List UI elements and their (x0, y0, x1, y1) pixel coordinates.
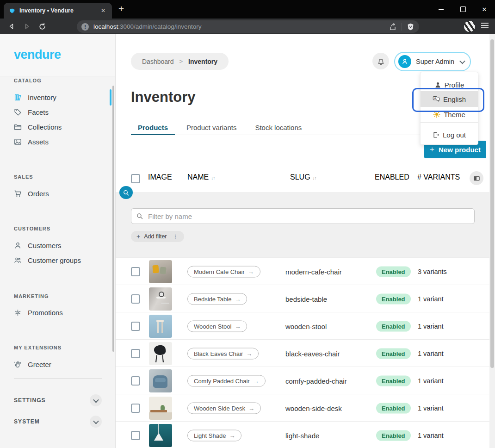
filter-options-icon[interactable]: ⋮ (171, 233, 179, 240)
window-close-button[interactable]: ✕ (474, 0, 495, 19)
add-filter-button[interactable]: + Add filter ⋮ (131, 231, 184, 242)
product-slug: wooden-side-desk (285, 404, 342, 412)
row-checkbox[interactable] (131, 322, 140, 331)
variant-count: 3 variants (418, 268, 447, 275)
breadcrumb-dashboard[interactable]: Dashboard (142, 58, 174, 65)
sidebar-item-customers[interactable]: Customers (10, 238, 105, 252)
address-bar[interactable]: ! localhost:3000/admin/catalog/inventory (77, 20, 419, 33)
table-row: Bedside Table→ bedside-table Enabled 1 v… (116, 285, 489, 312)
browser-menu-icon[interactable] (481, 23, 489, 29)
select-all-checkbox[interactable] (131, 174, 140, 183)
product-thumbnail[interactable] (149, 369, 172, 392)
status-badge: Enabled (376, 430, 411, 441)
row-checkbox[interactable] (131, 404, 140, 413)
breadcrumb-inventory[interactable]: Inventory (188, 58, 217, 65)
new-tab-button[interactable]: + (118, 4, 124, 13)
user-menu-button[interactable]: Super Admin (394, 52, 471, 71)
user-avatar (398, 55, 411, 68)
product-name-chip[interactable]: Wooden Side Desk→ (187, 402, 261, 414)
product-name-chip[interactable]: Light Shade→ (187, 429, 241, 441)
product-thumbnail[interactable] (149, 424, 172, 447)
section-catalog: CATALOG (14, 77, 42, 84)
sidebar-group-settings[interactable]: SETTINGS (14, 394, 102, 407)
column-header-slug[interactable]: SLUG↓↑ (290, 173, 316, 181)
section-my-extensions: MY EXTENSIONS (14, 344, 62, 351)
arrow-right-icon: → (248, 404, 254, 411)
arrow-right-icon: → (235, 323, 241, 330)
system-expand-button[interactable] (90, 416, 102, 428)
product-thumbnail[interactable] (149, 397, 172, 420)
product-name-chip[interactable]: Bedside Table→ (187, 293, 247, 305)
variant-count: 1 variant (418, 295, 444, 303)
row-checkbox[interactable] (131, 431, 140, 440)
status-badge: Enabled (376, 348, 411, 359)
window-minimize-button[interactable] (430, 0, 452, 19)
tab-stock-locations[interactable]: Stock locations (248, 120, 309, 135)
site-info-icon[interactable]: ! (81, 23, 89, 31)
column-header-name[interactable]: NAME↓↑ (187, 173, 215, 181)
tab-close-icon[interactable]: ✕ (99, 6, 107, 15)
row-checkbox[interactable] (131, 349, 140, 358)
product-name-chip[interactable]: Modern Cafe Chair→ (187, 266, 260, 277)
product-name: Comfy Padded Chair (194, 377, 250, 384)
settings-expand-button[interactable] (90, 394, 102, 406)
row-checkbox[interactable] (131, 267, 140, 276)
sidebar-item-label: Inventory (28, 93, 56, 101)
sidebar-item-greeter[interactable]: Greeter (10, 357, 105, 371)
sidebar-item-label: Facets (28, 108, 49, 116)
menu-item-language[interactable]: A English (421, 91, 478, 107)
product-thumbnail[interactable] (149, 260, 172, 283)
filter-by-name-input[interactable] (147, 212, 470, 221)
sidebar-item-assets[interactable]: Assets (10, 135, 105, 149)
product-name: Bedside Table (194, 295, 231, 302)
vendure-logo[interactable]: vendure (14, 48, 61, 62)
product-name: Wooden Side Desk (194, 404, 245, 411)
variant-count: 1 variant (418, 377, 444, 385)
tab-title: Inventory • Vendure (19, 7, 99, 14)
sidebar-item-label: Collections (28, 123, 62, 131)
tab-product-variants[interactable]: Product variants (179, 120, 243, 135)
product-name-chip[interactable]: Black Eaves Chair→ (187, 348, 259, 359)
filter-input-wrapper (131, 208, 475, 224)
product-thumbnail[interactable] (149, 287, 172, 311)
window-maximize-button[interactable] (452, 0, 474, 19)
variant-count: 1 variant (418, 350, 444, 357)
page-scrollbar-thumb[interactable] (490, 39, 494, 368)
back-button[interactable] (6, 20, 18, 32)
sidebar-item-customer-groups[interactable]: Customer groups (10, 253, 105, 267)
column-settings-button[interactable] (470, 171, 483, 185)
brave-shields-icon[interactable] (407, 23, 415, 31)
menu-item-theme[interactable]: Theme (421, 107, 478, 121)
product-thumbnail[interactable] (149, 342, 172, 365)
sidebar-item-facets[interactable]: Facets (10, 105, 105, 119)
breadcrumb-separator: > (179, 58, 183, 65)
share-icon[interactable] (389, 23, 397, 31)
arrow-right-icon: → (229, 432, 235, 439)
sidebar-scrollbar[interactable] (112, 86, 114, 352)
search-toggle-button[interactable] (119, 186, 133, 199)
sort-icon[interactable]: ↓↑ (313, 175, 316, 180)
row-checkbox[interactable] (131, 294, 140, 304)
browser-profile-avatar[interactable] (464, 21, 475, 32)
row-checkbox[interactable] (131, 376, 140, 386)
sidebar-item-inventory[interactable]: Inventory (10, 90, 105, 104)
status-badge: Enabled (376, 266, 411, 277)
sort-icon[interactable]: ↓↑ (211, 175, 215, 180)
sidebar-group-system[interactable]: SYSTEM (14, 415, 102, 428)
product-thumbnail[interactable] (149, 315, 172, 338)
menu-item-profile[interactable]: Profile (421, 78, 478, 92)
product-name-chip[interactable]: Wooden Stool→ (187, 320, 247, 332)
tab-products[interactable]: Products (131, 120, 175, 135)
notifications-button[interactable] (372, 53, 389, 69)
menu-item-logout[interactable]: Log out (421, 128, 478, 142)
sidebar-item-orders[interactable]: Orders (10, 187, 105, 200)
user-dropdown-menu: Profile A English Theme (420, 72, 478, 145)
product-name-chip[interactable]: Comfy Padded Chair→ (187, 375, 266, 386)
status-badge: Enabled (376, 375, 411, 386)
forward-button[interactable] (21, 20, 33, 32)
sidebar-item-promotions[interactable]: Promotions (10, 305, 105, 319)
menu-label: Profile (445, 81, 464, 89)
browser-tab[interactable]: Inventory • Vendure ✕ (4, 3, 112, 19)
reload-button[interactable] (36, 20, 48, 32)
sidebar-item-collections[interactable]: Collections (10, 120, 105, 134)
